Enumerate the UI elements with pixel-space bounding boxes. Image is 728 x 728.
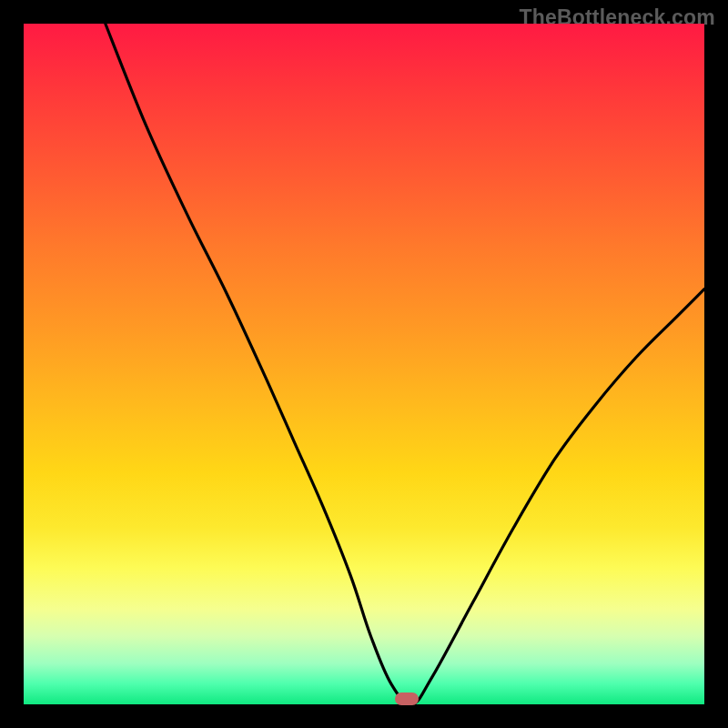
plot-area <box>24 24 704 704</box>
optimum-marker <box>395 693 419 705</box>
chart-frame: TheBottleneck.com <box>0 0 728 728</box>
bottleneck-curve <box>24 24 704 704</box>
